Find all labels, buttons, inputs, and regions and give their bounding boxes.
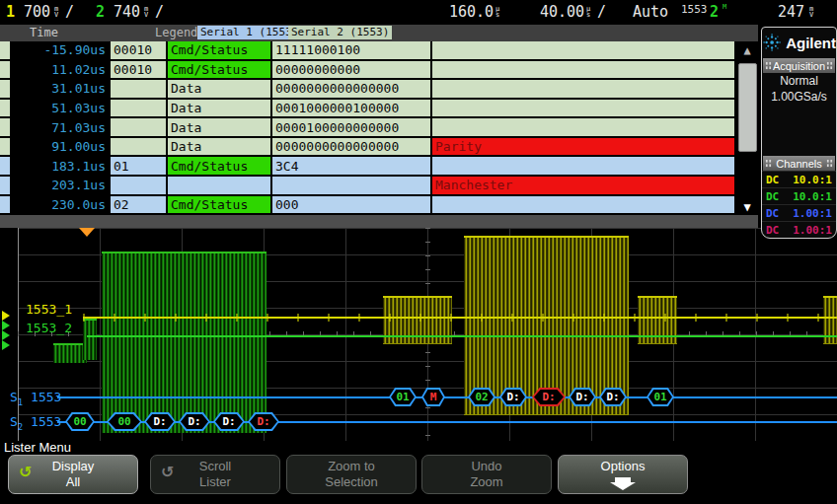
lister-scrollbar[interactable]: ▲ ▼ — [734, 41, 758, 215]
decode-frame-text: D: — [506, 392, 519, 402]
lister-row[interactable]: 203.1usManchester — [0, 177, 734, 196]
brand-name: Agilent — [786, 35, 836, 51]
lister-waveform-divider — [0, 215, 758, 228]
row-data-value: 0001000000100000 — [272, 100, 432, 119]
decode-frame-value: D: — [215, 414, 243, 429]
serial2-number: 2 — [18, 422, 23, 432]
row-error — [432, 100, 734, 119]
trigger-level-unit: mV — [809, 6, 813, 18]
decode-frame-text: 02 — [475, 392, 488, 402]
lister-row[interactable]: 51.03usData0001000000100000 — [0, 100, 734, 119]
ch2-scale[interactable]: 740 — [114, 3, 140, 21]
ch2-baseline-trace — [87, 335, 837, 337]
row-error — [432, 118, 734, 138]
decode-frame-text: 01 — [653, 392, 666, 402]
legend-serial2-chip: Serial 2 (1553) — [288, 26, 392, 39]
trigger-position-marker[interactable] — [79, 228, 95, 237]
row-marker — [0, 41, 12, 61]
ch2-waveform-burst — [102, 252, 266, 433]
ch1-per-div: / — [65, 3, 74, 21]
row-marker — [0, 157, 12, 177]
row-error — [432, 157, 734, 177]
softkey-label-line1: Options — [559, 459, 687, 474]
decode-frame-value: D: — [571, 390, 594, 404]
softkey-options[interactable]: Options — [558, 455, 688, 494]
decode-frame-text: D: — [188, 416, 200, 427]
decode-frame-text: D: — [153, 416, 166, 427]
softkey-label: ScrollLister — [199, 459, 232, 490]
row-marker — [0, 80, 12, 100]
ch2-ground-marker — [2, 330, 10, 340]
channel-row: DC1.00:1 — [762, 204, 836, 221]
lister-row[interactable]: 71.03usData0000100000000000 — [0, 118, 734, 138]
ch2-number[interactable]: 2 — [96, 3, 105, 21]
row-marker — [0, 118, 12, 138]
decode-frame-text: D: — [257, 416, 269, 427]
menu-title: Lister Menu — [4, 440, 71, 455]
serial2-letter: S — [10, 414, 18, 429]
ch1-baseline-noise — [83, 314, 837, 322]
softkey-display-all[interactable]: ↺DisplayAll — [8, 455, 138, 494]
row-time: 51.03us — [12, 100, 111, 119]
timebase-readout[interactable]: 40.00 — [540, 3, 584, 21]
row-data-value: 000 — [272, 196, 432, 216]
scroll-up-icon[interactable]: ▲ — [736, 41, 758, 58]
row-frame-type: Data — [168, 80, 272, 100]
channel-coupling: DC — [766, 174, 779, 186]
trigger-protocol[interactable]: 1553 — [681, 3, 708, 16]
row-rt-address — [111, 80, 168, 100]
decode-frame-text: D: — [575, 392, 588, 402]
lister-row[interactable]: 91.00usData0000000000000000Parity — [0, 138, 734, 158]
row-marker — [0, 177, 12, 196]
softkey-label: Zoom toSelection — [325, 459, 377, 490]
channels-section-header[interactable]: Channels — [763, 156, 835, 171]
status-bar: 1 700 mV / 2 740 mV / 160.0 µs 40.00 µs … — [0, 0, 837, 24]
row-frame-type: Cmd/Status — [168, 196, 272, 216]
softkey-zoom-to-selection[interactable]: Zoom toSelection — [286, 455, 417, 494]
row-rt-address: 02 — [111, 196, 168, 216]
row-rt-address — [111, 177, 168, 196]
decode-frame-value: D: — [250, 414, 277, 429]
ch1-number[interactable]: 1 — [6, 3, 15, 21]
ch1-scale[interactable]: 700 — [24, 3, 50, 21]
row-error: Parity — [432, 138, 734, 158]
row-frame-type: Data — [168, 100, 272, 119]
trigger-level[interactable]: 247 — [778, 3, 804, 21]
trigger-mode[interactable]: Auto — [633, 3, 668, 21]
ch1-level-marker[interactable] — [2, 311, 10, 321]
softkey-scroll-lister[interactable]: ↺ScrollLister — [150, 455, 280, 494]
acquisition-mode: Normal — [762, 73, 836, 89]
row-rt-address — [111, 118, 168, 138]
lister-row[interactable]: 31.01usData0000000000000000 — [0, 80, 734, 100]
softkey-undo-zoom[interactable]: UndoZoom — [421, 455, 552, 494]
channel-coupling: DC — [766, 224, 779, 237]
scrollbar-thumb[interactable] — [738, 63, 757, 152]
trigger-source[interactable]: 2 — [710, 3, 719, 21]
softkey-label-line2: Zoom — [470, 474, 502, 490]
acquisition-section-header[interactable]: Acquisition — [763, 58, 835, 73]
decode-frame-text: D: — [606, 392, 619, 402]
lister-row[interactable]: 230.0us02Cmd/Status000 — [0, 196, 734, 216]
channel-row: DC10.0:1 — [762, 187, 836, 204]
arrow-down-icon — [610, 477, 636, 490]
delay-readout[interactable]: 160.0 — [449, 3, 494, 21]
row-error — [432, 196, 734, 216]
ch2-unit: mV — [144, 6, 148, 18]
grip-icon — [826, 159, 833, 168]
softkey-label-line2: All — [52, 474, 95, 490]
softkey-label-line2: Lister — [199, 474, 232, 490]
ch2-waveform-ripple — [53, 343, 87, 363]
channel-row: DC1.00:1 — [762, 221, 836, 238]
lister-row[interactable]: 183.1us01Cmd/Status3C4 — [0, 157, 734, 177]
softkey-label-line1: Scroll — [199, 459, 232, 474]
ch2-level-marker[interactable] — [2, 321, 10, 330]
lister-row[interactable]: 11.02us00010Cmd/Status00000000000 — [0, 61, 734, 81]
decode-frame-value: D: — [146, 414, 174, 429]
row-rt-address — [111, 138, 168, 158]
time-column-header: Time — [30, 26, 58, 39]
lister-row[interactable]: -15.90us00010Cmd/Status11111000100 — [0, 41, 734, 61]
scroll-down-icon[interactable]: ▼ — [736, 198, 758, 215]
serial1-protocol: 1553 — [31, 390, 61, 404]
row-marker — [0, 61, 12, 81]
row-time: 183.1us — [12, 157, 111, 177]
